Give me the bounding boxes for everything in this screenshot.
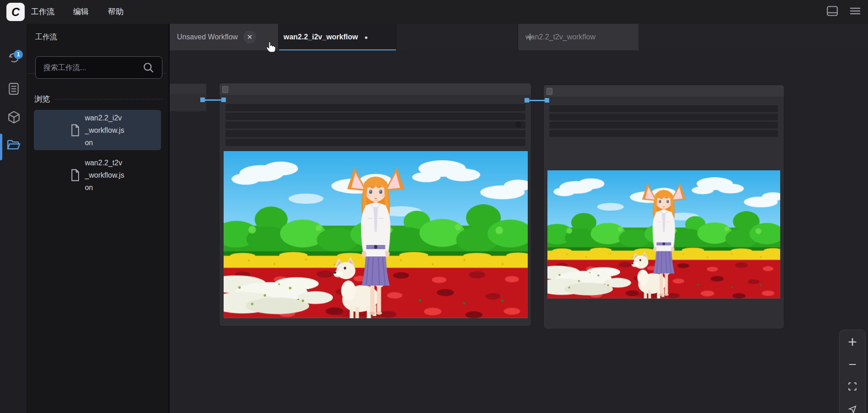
output-slot-dot[interactable] xyxy=(525,98,529,103)
file-document-icon xyxy=(70,169,80,181)
node-preview-image-girl-dog-field xyxy=(547,170,780,299)
workflow-search-input[interactable] xyxy=(36,64,143,72)
tab-separator xyxy=(517,24,518,50)
widget-knob[interactable] xyxy=(515,122,521,128)
node-title-bar[interactable] xyxy=(220,83,531,95)
workflow-file-item-selected[interactable]: wan2.2_i2v _workflow.js on xyxy=(34,110,161,150)
workflows-sidebar-panel: 工作流 浏览 wan2.2_i2v _workflow.js o xyxy=(27,24,168,413)
node-widget[interactable] xyxy=(225,113,525,120)
fit-view-icon xyxy=(847,381,857,393)
history-count-badge: 1 xyxy=(14,50,23,59)
node-widget[interactable] xyxy=(549,130,778,137)
browse-section-label: 浏览 xyxy=(34,94,50,104)
node-widget[interactable] xyxy=(549,122,778,129)
node-preview-image-girl-dog-field xyxy=(224,151,528,318)
node-link xyxy=(205,99,222,101)
input-slot-dot[interactable] xyxy=(221,98,226,102)
canvas-zoom-toolbar: + − xyxy=(839,330,866,413)
rail-item-logs[interactable] xyxy=(6,82,21,97)
zoom-in-button[interactable]: + xyxy=(845,334,860,349)
browse-section-header: 浏览 xyxy=(34,92,162,105)
sidebar-panel-title: 工作流 xyxy=(35,24,57,49)
select-mode-button[interactable] xyxy=(845,402,860,413)
anime-scene xyxy=(547,170,780,299)
active-rail-indicator xyxy=(0,134,2,160)
unsaved-changes-dot: ● xyxy=(364,34,368,41)
node-collapse-icon[interactable] xyxy=(222,86,228,93)
comfyui-logo[interactable]: C xyxy=(6,3,25,21)
menubar-item-edit[interactable]: 编辑 xyxy=(73,0,89,24)
log-list-icon xyxy=(8,82,19,97)
panel-bottom-icon xyxy=(826,5,838,18)
menubar-item-help[interactable]: 帮助 xyxy=(108,0,123,24)
tab-wan2.2-i2v-workflow-active[interactable]: wan2.2_i2v_workflow ● xyxy=(279,24,396,50)
workflow-file-name: wan2.2_t2v _workflow.js on xyxy=(85,157,124,194)
sidebar-rail: 1 xyxy=(0,24,27,413)
main-menu-button[interactable] xyxy=(849,6,862,18)
menubar-item-workflow[interactable]: 工作流 xyxy=(31,0,54,24)
tab-unsaved-workflow[interactable]: Unsaved Workflow ✕ xyxy=(170,24,278,50)
bottom-panel-toggle-button[interactable] xyxy=(826,6,839,18)
node-widget[interactable] xyxy=(225,130,525,137)
node-widget[interactable] xyxy=(549,105,778,112)
output-slot-dot[interactable] xyxy=(200,98,205,102)
zoom-out-button[interactable]: − xyxy=(845,357,860,372)
node-widget[interactable] xyxy=(225,139,525,146)
rail-item-model-library[interactable] xyxy=(6,111,21,125)
mouse-hand-cursor xyxy=(265,39,278,53)
graph-canvas[interactable]: + − xyxy=(170,50,868,413)
new-workflow-tab-button[interactable]: + xyxy=(523,30,537,44)
node-title-bar[interactable] xyxy=(170,84,206,94)
cursor-arrow-icon xyxy=(848,405,857,413)
fit-view-button[interactable] xyxy=(845,380,860,395)
tab-label: wan2.2_i2v_workflow xyxy=(284,33,358,41)
workflow-file-item[interactable]: wan2.2_t2v _workflow.js on xyxy=(34,155,161,195)
anime-scene xyxy=(224,151,528,318)
workflow-file-name: wan2.2_i2v _workflow.js on xyxy=(85,112,124,149)
app-topbar: C 工作流 编辑 帮助 xyxy=(0,0,868,24)
cube-icon xyxy=(8,110,20,126)
node-title-bar[interactable] xyxy=(544,85,784,97)
workflow-search-box xyxy=(35,56,162,79)
node-widget[interactable] xyxy=(225,121,525,129)
browse-section-rule xyxy=(55,99,162,99)
node-widget[interactable] xyxy=(549,114,778,120)
comfyui-app: C 工作流 编辑 帮助 xyxy=(0,0,868,413)
tab-close-button[interactable]: ✕ xyxy=(243,31,256,43)
rail-item-workflows[interactable] xyxy=(6,138,21,153)
node-widget[interactable] xyxy=(225,104,525,111)
graph-node-i2v[interactable] xyxy=(220,83,531,326)
folder-open-icon xyxy=(7,139,21,153)
tab-separator xyxy=(396,24,397,50)
logo-letter: C xyxy=(11,5,20,19)
tab-label: Unsaved Workflow xyxy=(177,33,238,41)
input-slot-dot[interactable] xyxy=(545,98,549,103)
node-link xyxy=(529,100,546,101)
node-collapse-icon[interactable] xyxy=(547,88,552,95)
file-document-icon xyxy=(70,124,80,136)
graph-node-t2v[interactable] xyxy=(544,85,784,329)
hamburger-menu-icon xyxy=(849,6,861,18)
search-icon xyxy=(143,62,155,74)
